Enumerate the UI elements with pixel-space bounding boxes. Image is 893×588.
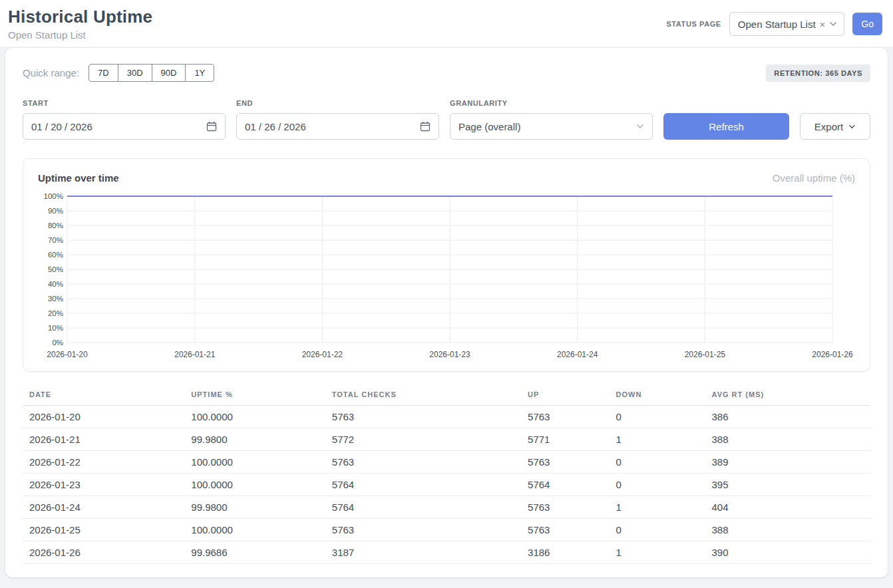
x-tick-label: 2026-01-24 <box>557 350 598 359</box>
table-cell: 99.9686 <box>184 541 325 564</box>
end-date-value: 01 / 26 / 2026 <box>245 121 306 132</box>
table-cell: 100.0000 <box>184 406 325 428</box>
table-cell: 2026-01-25 <box>23 519 184 541</box>
quick-range-90d-button[interactable]: 90D <box>152 64 186 82</box>
x-tick-label: 2026-01-25 <box>685 350 726 359</box>
chart-legend: Overall uptime (%) <box>773 172 855 184</box>
table-cell: 0 <box>610 451 705 474</box>
table-cell: 5763 <box>325 451 521 474</box>
table-cell: 2026-01-22 <box>23 451 184 474</box>
calendar-icon[interactable] <box>420 121 431 132</box>
column-header: AVG RT (MS) <box>705 386 870 406</box>
table-cell: 388 <box>705 428 870 451</box>
y-tick-label: 0% <box>52 339 63 347</box>
page-title: Historical Uptime <box>8 7 152 27</box>
export-button[interactable]: Export <box>800 113 870 140</box>
table-cell: 99.9800 <box>184 428 325 451</box>
uptime-line-chart: 0%10%20%30%40%50%60%70%80%90%100%2026-01… <box>38 192 856 363</box>
y-tick-label: 70% <box>48 236 63 244</box>
table-cell: 2026-01-20 <box>23 406 184 428</box>
quick-range-1y-button[interactable]: 1Y <box>185 64 214 82</box>
status-page-selected-value: Open Startup List <box>738 19 816 30</box>
table-cell: 2026-01-24 <box>23 496 184 519</box>
end-date-label: END <box>236 99 439 107</box>
column-header: DATE <box>23 386 184 406</box>
table-cell: 3186 <box>521 541 609 564</box>
chevron-down-icon <box>636 124 644 129</box>
go-button[interactable]: Go <box>852 13 882 35</box>
table-cell: 100.0000 <box>184 474 325 496</box>
granularity-field: GRANULARITY Page (overall) <box>450 99 653 140</box>
x-tick-label: 2026-01-20 <box>47 350 88 359</box>
table-row: 2026-01-25100.0000576357630388 <box>23 519 870 541</box>
start-date-field: START 01 / 20 / 2026 <box>23 99 226 140</box>
table-cell: 5764 <box>325 496 521 519</box>
end-date-input[interactable]: 01 / 26 / 2026 <box>236 113 439 140</box>
table-cell: 5763 <box>521 496 609 519</box>
column-header: DOWN <box>610 386 705 406</box>
table-cell: 0 <box>610 406 705 428</box>
table-cell: 5763 <box>521 519 609 541</box>
table-cell: 1 <box>610 541 705 564</box>
table-cell: 1 <box>610 428 705 451</box>
table-cell: 5764 <box>325 474 521 496</box>
y-tick-label: 10% <box>48 324 63 332</box>
column-header: UPTIME % <box>184 386 325 406</box>
status-page-select[interactable]: Open Startup List × <box>729 12 845 36</box>
chevron-down-icon <box>848 124 856 129</box>
table-cell: 0 <box>610 474 705 496</box>
y-tick-label: 30% <box>48 295 63 303</box>
quick-range-group: 7D30D90D1Y <box>89 64 214 82</box>
table-row: 2026-01-2699.9686318731861390 <box>23 541 870 564</box>
filter-form-row: START 01 / 20 / 2026 END 01 / 26 / 2026 … <box>23 99 870 140</box>
quick-range-30d-button[interactable]: 30D <box>118 64 152 82</box>
y-tick-label: 100% <box>44 192 63 200</box>
retention-badge: RETENTION: 365 DAYS <box>766 65 870 82</box>
table-row: 2026-01-22100.0000576357630389 <box>23 451 870 474</box>
refresh-button[interactable]: Refresh <box>663 113 789 140</box>
y-tick-label: 80% <box>48 221 63 229</box>
uptime-chart-card: Uptime over time Overall uptime (%) 0%10… <box>23 158 870 372</box>
title-block: Historical Uptime Open Startup List <box>8 7 152 41</box>
table-cell: 100.0000 <box>184 451 325 474</box>
y-tick-label: 40% <box>48 280 63 288</box>
table-header-row: DATEUPTIME %TOTAL CHECKSUPDOWNAVG RT (MS… <box>23 386 870 406</box>
x-tick-label: 2026-01-23 <box>429 350 470 359</box>
calendar-icon[interactable] <box>206 121 217 132</box>
quick-range-label: Quick range: <box>23 67 79 78</box>
main-card: Quick range: 7D30D90D1Y RETENTION: 365 D… <box>5 48 888 577</box>
page-subtitle: Open Startup List <box>8 29 152 41</box>
end-date-field: END 01 / 26 / 2026 <box>236 99 439 140</box>
status-page-label: STATUS PAGE <box>666 20 721 28</box>
table-row: 2026-01-23100.0000576457640395 <box>23 474 870 496</box>
table-cell: 5771 <box>521 428 609 451</box>
table-row: 2026-01-2199.9800577257711388 <box>23 428 870 451</box>
y-tick-label: 50% <box>48 265 63 273</box>
quick-range-7d-button[interactable]: 7D <box>89 64 118 82</box>
table-cell: 3187 <box>325 541 521 564</box>
clear-selection-icon[interactable]: × <box>820 19 826 29</box>
table-cell: 388 <box>705 519 870 541</box>
quick-range-row: Quick range: 7D30D90D1Y RETENTION: 365 D… <box>23 64 870 82</box>
start-date-input[interactable]: 01 / 20 / 2026 <box>23 113 226 140</box>
table-cell: 5764 <box>521 474 609 496</box>
chevron-down-icon <box>829 21 837 27</box>
uptime-table: DATEUPTIME %TOTAL CHECKSUPDOWNAVG RT (MS… <box>23 386 870 564</box>
table-cell: 5763 <box>325 519 521 541</box>
granularity-label: GRANULARITY <box>450 99 653 107</box>
column-header: UP <box>521 386 609 406</box>
granularity-select[interactable]: Page (overall) <box>450 113 653 140</box>
y-tick-label: 20% <box>48 309 63 317</box>
table-row: 2026-01-2499.9800576457631404 <box>23 496 870 519</box>
table-cell: 2026-01-21 <box>23 428 184 451</box>
table-cell: 2026-01-23 <box>23 474 184 496</box>
granularity-selected-value: Page (overall) <box>458 121 520 132</box>
table-cell: 386 <box>705 406 870 428</box>
start-date-label: START <box>23 99 226 107</box>
top-bar: Historical Uptime Open Startup List STAT… <box>0 0 893 47</box>
x-tick-label: 2026-01-22 <box>302 350 343 359</box>
topbar-controls: STATUS PAGE Open Startup List × Go <box>666 12 882 36</box>
column-header: TOTAL CHECKS <box>325 386 521 406</box>
table-cell: 389 <box>705 451 870 474</box>
export-button-label: Export <box>814 121 843 132</box>
